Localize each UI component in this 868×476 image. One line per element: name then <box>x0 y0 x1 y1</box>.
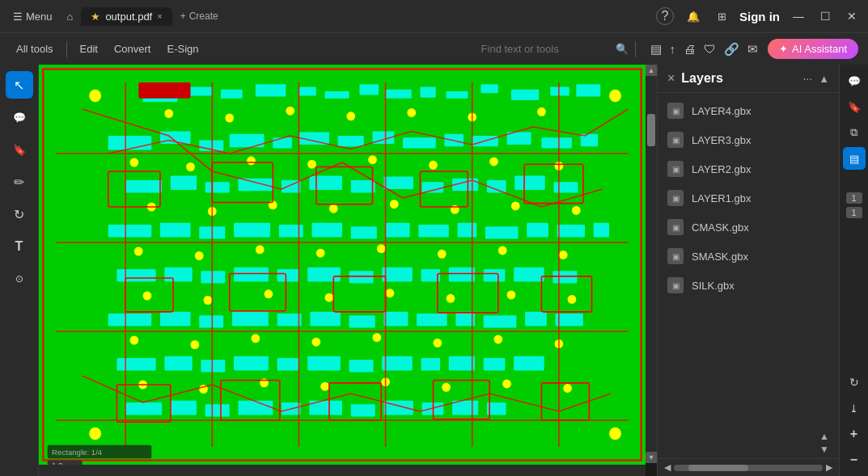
layers-more-button[interactable]: ··· <box>802 72 812 85</box>
create-label: Create <box>189 11 218 22</box>
print-icon[interactable]: 🖨 <box>684 42 696 56</box>
ai-assistant-button[interactable]: ✦ AI Assistant <box>768 39 858 59</box>
svg-rect-84 <box>164 356 192 371</box>
upload-icon[interactable]: ↑ <box>670 42 676 56</box>
svg-rect-87 <box>277 358 299 370</box>
svg-rect-37 <box>383 177 413 189</box>
mail-icon[interactable]: ✉ <box>747 42 758 57</box>
new-tab-button[interactable]: + Create <box>172 7 227 25</box>
text-tool[interactable]: T <box>6 233 33 260</box>
vertical-scrollbar[interactable]: ▲ ▼ <box>646 65 657 463</box>
scroll-up-button[interactable]: ▲ <box>646 65 657 76</box>
list-item[interactable]: ▣ SILK.gbx <box>658 271 839 300</box>
active-tab[interactable]: ★ output.pdf × <box>81 7 171 26</box>
pen-tool[interactable]: ✏ <box>6 168 33 196</box>
list-item[interactable]: ▣ CMASK.gbx <box>658 213 839 242</box>
convert-button[interactable]: Convert <box>108 39 158 59</box>
copy-panel-button[interactable]: ⧉ <box>843 121 866 144</box>
layer-icon: ▣ <box>667 190 684 206</box>
bell-button[interactable]: 🔔 <box>682 9 705 24</box>
panel-scroll-track-h[interactable] <box>674 465 823 471</box>
badge-2[interactable]: 1 <box>846 207 862 218</box>
svg-point-133 <box>134 247 143 256</box>
svg-rect-86 <box>234 356 269 371</box>
layers-panel-button[interactable]: ▤ <box>843 147 866 170</box>
scroll-left-btn[interactable]: ◀ <box>664 462 671 473</box>
help-button[interactable]: ? <box>656 7 674 25</box>
edit-button[interactable]: Edit <box>74 39 104 59</box>
svg-point-116 <box>537 107 546 116</box>
minimize-button[interactable]: — <box>788 8 809 24</box>
layers-close-button[interactable]: × <box>667 71 675 86</box>
comment-panel-button[interactable]: 💬 <box>843 70 866 92</box>
svg-point-135 <box>256 245 265 254</box>
layers-icon[interactable]: ▤ <box>650 42 662 57</box>
svg-rect-22 <box>338 136 364 146</box>
download-button[interactable]: ⤓ <box>843 397 866 419</box>
cursor-tool[interactable]: ↖ <box>6 71 33 99</box>
list-item[interactable]: ▣ LAYER4.gbx <box>658 96 839 125</box>
svg-point-140 <box>559 251 568 259</box>
far-right-strip: 💬 🔖 ⧉ ▤ 1 1 ↻ ⤓ + − <box>839 65 868 476</box>
layers-scroll-up-btn[interactable]: ▲ <box>819 431 829 442</box>
list-item[interactable]: ▣ SMASK.gbx <box>658 242 839 271</box>
svg-rect-89 <box>349 360 374 372</box>
search-icon[interactable]: 🔍 <box>616 43 629 55</box>
svg-rect-55 <box>557 225 585 237</box>
link-icon[interactable]: 🔗 <box>724 42 739 57</box>
svg-rect-33 <box>238 179 273 191</box>
comment-tool[interactable]: 💬 <box>6 103 33 131</box>
rotate-tool[interactable]: ↻ <box>6 200 33 228</box>
close-button[interactable]: ✕ <box>842 8 862 24</box>
layers-scroll-down-btn[interactable]: ▼ <box>819 444 829 455</box>
svg-rect-68 <box>514 267 544 282</box>
scroll-track-v[interactable] <box>646 76 657 452</box>
svg-rect-11 <box>447 91 468 99</box>
badge-1[interactable]: 1 <box>846 192 862 204</box>
scroll-right-btn[interactable]: ▶ <box>826 462 832 473</box>
svg-rect-41 <box>514 176 545 191</box>
horizontal-scrollbar[interactable] <box>39 465 646 476</box>
bookmark-panel-button[interactable]: 🔖 <box>843 95 866 118</box>
bookmark-tool[interactable]: 🔖 <box>6 136 33 163</box>
stamp-tool[interactable]: ⊙ <box>6 265 33 293</box>
menu-button[interactable]: ☰ Menu <box>6 7 59 26</box>
zoom-in-button[interactable]: + <box>843 423 866 445</box>
layer-icon: ▣ <box>667 277 684 293</box>
svg-rect-16 <box>108 136 152 150</box>
pcb-canvas[interactable]: Rectangle: 1/4 1 2 <box>39 65 646 465</box>
svg-point-111 <box>225 114 234 123</box>
home-button[interactable]: ⌂ <box>64 7 77 26</box>
all-tools-button[interactable]: All tools <box>10 39 60 59</box>
search-input[interactable] <box>481 43 611 55</box>
svg-point-136 <box>316 249 325 258</box>
svg-rect-97 <box>205 404 230 416</box>
svg-point-109 <box>609 428 621 440</box>
esign-button[interactable]: E-Sign <box>160 39 205 59</box>
maximize-button[interactable]: ☐ <box>815 8 836 24</box>
panel-bottom-scroll[interactable]: ◀ ▶ <box>658 458 839 476</box>
layer-name: CMASK.gbx <box>692 221 829 234</box>
list-item[interactable]: ▣ LAYER3.gbx <box>658 125 839 154</box>
tab-close-button[interactable]: × <box>157 11 162 21</box>
list-item[interactable]: ▣ LAYER1.gbx <box>658 183 839 213</box>
list-item[interactable]: ▣ LAYER2.gbx <box>658 154 839 183</box>
search-bar[interactable]: 🔍 <box>481 43 629 55</box>
svg-point-146 <box>447 294 455 303</box>
svg-rect-58 <box>164 267 192 282</box>
svg-rect-4 <box>221 90 243 99</box>
svg-rect-8 <box>359 84 379 95</box>
zoom-out-button[interactable]: − <box>843 449 866 471</box>
svg-point-141 <box>143 292 152 301</box>
sign-in-button[interactable]: Sign in <box>739 10 780 23</box>
menu-icon: ☰ <box>13 11 23 23</box>
layer-icon: ▣ <box>667 219 684 235</box>
scroll-down-button[interactable]: ▼ <box>646 452 657 463</box>
panel-scroll-thumb-h[interactable] <box>688 465 748 471</box>
layers-title: Layers <box>681 71 796 86</box>
layers-scroll-up[interactable]: ▲ <box>819 73 829 85</box>
protect-icon[interactable]: 🛡 <box>704 42 716 56</box>
refresh-button[interactable]: ↻ <box>843 371 866 394</box>
apps-button[interactable]: ⊞ <box>713 9 731 24</box>
scroll-thumb-v[interactable] <box>647 114 655 146</box>
